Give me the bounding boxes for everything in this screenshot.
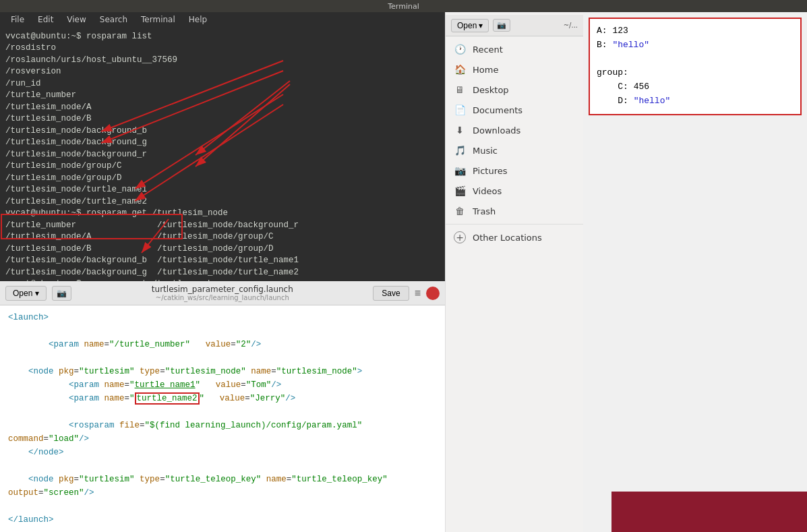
fm-open-chevron: ▾ <box>479 21 483 30</box>
sidebar-item-recent[interactable]: 🕐 Recent <box>446 39 583 59</box>
downloads-icon: ⬇ <box>454 124 466 136</box>
menu-view[interactable]: View <box>61 13 91 26</box>
save-button[interactable]: Save <box>373 286 409 301</box>
pictures-icon: 📷 <box>454 165 466 177</box>
menu-search[interactable]: Search <box>94 13 133 26</box>
menu-help[interactable]: Help <box>183 13 212 26</box>
code-line: </node> <box>8 446 437 459</box>
sidebar-item-documents[interactable]: 📄 Documents <box>446 100 583 120</box>
open-button[interactable]: Open ▾ <box>5 286 47 301</box>
right-panel: A: 123 B: "hello" group: C: 456 D: "hell… <box>583 12 807 532</box>
menu-edit[interactable]: Edit <box>32 13 59 26</box>
sidebar-item-downloads[interactable]: ⬇ Downloads <box>446 120 583 140</box>
code-line: <launch> <box>8 311 437 324</box>
sidebar-item-label: Videos <box>473 186 502 196</box>
recent-icon: 🕐 <box>454 43 466 55</box>
sidebar-item-desktop[interactable]: 🖥 Desktop <box>446 80 583 100</box>
sidebar-item-label: Music <box>473 146 498 156</box>
menu-bar: File Edit View Search Terminal Help <box>0 12 445 27</box>
yaml-line: A: 123 <box>597 24 794 38</box>
yaml-content-box: A: 123 B: "hello" group: C: 456 D: "hell… <box>589 18 802 115</box>
sidebar-item-label: Trash <box>473 206 496 216</box>
add-location-icon: + <box>454 231 466 243</box>
sidebar-item-label: Documents <box>473 105 522 115</box>
code-line: <rosparam file="$(find learning_launch)/… <box>8 419 437 446</box>
fm-open-label: Open <box>457 21 477 30</box>
code-line: <node pkg="turtlesim" type="turtlesim_no… <box>8 365 437 378</box>
terminal-section: File Edit View Search Terminal Help vvca… <box>0 12 445 532</box>
yaml-line: group: <box>597 66 794 80</box>
screenshot-button[interactable]: 📷 <box>52 286 71 301</box>
code-line: <node pkg="turtlesim" type="turtle_teleo… <box>8 473 437 500</box>
window-title: Terminal <box>388 2 419 11</box>
code-line: <param name="/turtle_number" value="2"/> <box>8 338 437 351</box>
fm-open-button[interactable]: Open ▾ <box>451 19 489 32</box>
editor-content[interactable]: <launch> <param name="/turtle_number" va… <box>0 305 445 532</box>
code-line <box>8 459 437 473</box>
sidebar-item-pictures[interactable]: 📷 Pictures <box>446 160 583 181</box>
close-button[interactable] <box>426 287 440 300</box>
fm-path: ~/... <box>514 22 578 29</box>
code-line: <param name="turtle_name1" value="Tom"/> <box>8 378 437 392</box>
sidebar-item-home[interactable]: 🏠 Home <box>446 59 583 80</box>
sidebar-divider <box>446 224 583 225</box>
open-chevron: ▾ <box>35 289 39 298</box>
editor-toolbar: Open ▾ 📷 turtlesim_parameter_config.laun… <box>0 281 445 305</box>
bottom-dark-area <box>611 492 807 532</box>
hamburger-button[interactable]: ≡ <box>415 287 421 299</box>
editor-section: Open ▾ 📷 turtlesim_parameter_config.laun… <box>0 281 445 532</box>
sidebar-item-trash[interactable]: 🗑 Trash <box>446 201 583 221</box>
sidebar-item-label: Other Locations <box>473 233 542 243</box>
yaml-line: D: "hello" <box>597 94 794 109</box>
open-label: Open <box>13 289 32 298</box>
videos-icon: 🎬 <box>454 185 466 197</box>
terminal-text: vvcat@ubuntu:~$ rosparam list /rosdistro… <box>0 27 445 281</box>
main-layout: File Edit View Search Terminal Help vvca… <box>0 12 807 532</box>
file-name: turtlesim_parameter_config.launch <box>152 285 293 294</box>
menu-terminal[interactable]: Terminal <box>136 13 181 26</box>
sidebar-item-music[interactable]: 🎵 Music <box>446 140 583 160</box>
editor-file-info: turtlesim_parameter_config.launch ~/catk… <box>77 285 367 301</box>
trash-icon: 🗑 <box>454 205 466 217</box>
menu-file[interactable]: File <box>5 13 30 26</box>
code-line <box>8 324 437 338</box>
documents-icon: 📄 <box>454 104 466 116</box>
code-line <box>8 351 437 365</box>
sidebar-item-label: Home <box>473 65 498 75</box>
fm-camera-button[interactable]: 📷 <box>493 19 510 32</box>
code-line <box>8 500 437 513</box>
fm-topbar: Open ▾ 📷 ~/... <box>446 15 583 36</box>
sidebar-item-other-locations[interactable]: + Other Locations <box>446 227 583 247</box>
sidebar-item-label: Downloads <box>473 125 520 136</box>
sidebar-item-label: Desktop <box>473 85 509 95</box>
yaml-line: C: 456 <box>597 80 794 94</box>
code-line <box>8 405 437 419</box>
top-bar: Terminal <box>0 0 807 12</box>
yaml-line <box>597 53 794 67</box>
sidebar-item-label: Pictures <box>473 166 507 176</box>
terminal-output[interactable]: vvcat@ubuntu:~$ rosparam list /rosdistro… <box>0 27 445 281</box>
code-line: </launch> <box>8 513 437 527</box>
file-path: ~/catkin_ws/src/learning_launch/launch <box>156 294 289 301</box>
sidebar-item-label: Recent <box>473 45 503 55</box>
code-line: <param name="turtle_name2" value="Jerry"… <box>8 392 437 405</box>
file-manager-sidebar: Open ▾ 📷 ~/... 🕐 Recent 🏠 Home 🖥 Desktop… <box>445 12 583 532</box>
sidebar-item-videos[interactable]: 🎬 Videos <box>446 181 583 201</box>
yaml-line: B: "hello" <box>597 38 794 53</box>
music-icon: 🎵 <box>454 144 466 156</box>
home-icon: 🏠 <box>454 63 466 76</box>
desktop-icon: 🖥 <box>454 84 466 96</box>
